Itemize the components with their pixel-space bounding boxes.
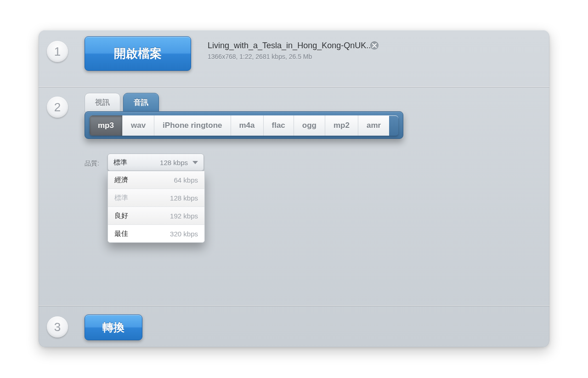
step-3-badge: 3 xyxy=(47,316,68,338)
format-iphone[interactable]: iPhone ringtone xyxy=(154,115,231,136)
step-1-badge: 1 xyxy=(47,41,68,62)
quality-option: 標準128 kbps xyxy=(108,189,204,207)
tab-video[interactable]: 視訊 xyxy=(85,93,120,112)
quality-dropdown: 經濟64 kbps標準128 kbps良好192 kbps最佳320 kbps xyxy=(107,171,205,243)
open-file-button[interactable]: 開啟檔案 xyxy=(85,36,191,71)
quality-option-value: 64 kbps xyxy=(174,176,198,184)
quality-selected-name: 標準 xyxy=(113,158,160,167)
quality-option-value: 320 kbps xyxy=(170,230,198,238)
chevron-down-icon xyxy=(192,161,198,164)
format-ogg[interactable]: ogg xyxy=(294,115,325,136)
quality-option[interactable]: 最佳320 kbps xyxy=(108,225,204,242)
convert-button[interactable]: 轉換 xyxy=(85,315,142,340)
converter-panel: 1 開啟檔案 Living_with_a_Tesla_in_Hong_Kong-… xyxy=(39,30,549,347)
remove-file-button[interactable] xyxy=(370,41,379,50)
file-meta: 1366x768, 1:22, 2681 kbps, 26.5 Mb xyxy=(208,53,312,60)
media-type-tabs: 視訊 音訊 xyxy=(85,93,159,111)
quality-select[interactable]: 標準 128 kbps xyxy=(107,154,204,171)
quality-label: 品質: xyxy=(85,160,99,168)
quality-option-name: 標準 xyxy=(114,194,170,202)
quality-option-name: 良好 xyxy=(114,212,170,220)
quality-option-name: 經濟 xyxy=(114,176,174,184)
quality-option-value: 192 kbps xyxy=(170,212,198,220)
format-mp2[interactable]: mp2 xyxy=(325,115,358,136)
format-amr[interactable]: amr xyxy=(358,115,389,136)
quality-option-name: 最佳 xyxy=(114,229,170,238)
step-3-section: 3 轉換 xyxy=(39,306,549,347)
quality-option[interactable]: 良好192 kbps xyxy=(108,207,204,225)
step-2-badge: 2 xyxy=(47,97,68,118)
format-segments: mp3 wav iPhone ringtone m4a flac ogg mp2… xyxy=(90,115,398,136)
quality-option-value: 128 kbps xyxy=(170,194,198,202)
format-flac[interactable]: flac xyxy=(264,115,294,136)
step-2-section: 2 視訊 音訊 mp3 wav iPhone ringtone m4a flac… xyxy=(39,87,549,306)
format-m4a[interactable]: m4a xyxy=(231,115,264,136)
tab-audio[interactable]: 音訊 xyxy=(123,93,159,112)
format-toolbar: mp3 wav iPhone ringtone m4a flac ogg mp2… xyxy=(85,111,403,139)
file-name: Living_with_a_Tesla_in_Hong_Kong-QnUK... xyxy=(208,41,373,51)
quality-selected-value: 128 kbps xyxy=(160,159,188,166)
format-mp3[interactable]: mp3 xyxy=(90,115,123,136)
close-icon xyxy=(372,43,377,48)
quality-option[interactable]: 經濟64 kbps xyxy=(108,171,204,189)
step-1-section: 1 開啟檔案 Living_with_a_Tesla_in_Hong_Kong-… xyxy=(39,30,549,87)
format-wav[interactable]: wav xyxy=(123,115,154,136)
